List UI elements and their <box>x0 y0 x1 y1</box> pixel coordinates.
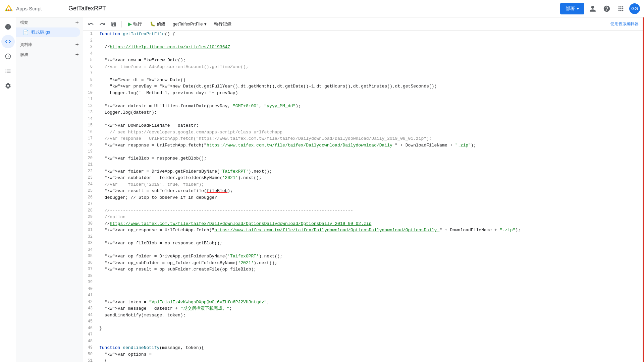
line-number: 31 <box>83 227 97 234</box>
table-row: 18 "kw">var response = UrlFetchApp.fetch… <box>83 142 644 149</box>
editor-area: ▶ 執行 🐛 偵錯 getTaifexPrtFile ▾ 執行記錄 使用舊版編輯… <box>83 17 644 362</box>
line-number: 37 <box>83 266 97 273</box>
line-code: //https://www.taifex.com.tw/file/taifex/… <box>97 221 644 227</box>
line-number: 40 <box>83 286 97 293</box>
execution-log-button[interactable]: 執行記錄 <box>211 20 235 28</box>
sidebar-overview-button[interactable] <box>1 20 15 34</box>
data-library-label: 資料庫 <box>20 42 32 48</box>
table-row: 26 debugger; // Stop to observe if in de… <box>83 194 644 201</box>
user-avatar[interactable]: GG <box>629 3 640 14</box>
data-library-section-header[interactable]: 資料庫 + <box>16 40 83 50</box>
line-code: "kw">var now = "kw">new Date(); <box>97 57 644 64</box>
add-service-button[interactable]: + <box>75 52 79 58</box>
clock-icon <box>5 53 11 60</box>
line-number: 30 <box>83 221 97 227</box>
table-row: 8 "kw">var dt = "kw">new Date() <box>83 77 644 83</box>
table-row: 46} <box>83 325 644 332</box>
sidebar-executions-button[interactable] <box>1 64 15 78</box>
line-number: 24 <box>83 181 97 188</box>
line-number: 10 <box>83 90 97 97</box>
save-button[interactable] <box>109 20 119 28</box>
table-row: 27 <box>83 201 644 207</box>
line-code: debugger; // Stop to observe if in debug… <box>97 194 644 201</box>
table-row: 21 <box>83 162 644 168</box>
apps-grid-icon-button[interactable] <box>615 3 627 14</box>
run-button[interactable]: ▶ 執行 <box>124 19 145 28</box>
table-row: 24 //var = folder('2019', true, folder); <box>83 181 644 188</box>
line-code: //option <box>97 214 644 221</box>
line-code: } <box>97 325 644 332</box>
table-row: 31 "kw">var op_response = UrlFetchApp.fe… <box>83 227 644 234</box>
line-code: //var = folder('2019', true, folder); <box>97 181 644 188</box>
line-code: "kw">var op_subFolder = op_folder.getFol… <box>97 260 644 266</box>
services-section-header[interactable]: 服務 + <box>16 50 83 60</box>
apps-script-label: Apps Script <box>16 6 42 11</box>
line-code: // see https://developers.google.com/app… <box>97 129 644 136</box>
table-row: 41 <box>83 292 644 299</box>
undo-button[interactable] <box>86 20 96 28</box>
table-row: 29 //option <box>83 214 644 221</box>
line-number: 1 <box>83 31 97 38</box>
table-row: 2 <box>83 38 644 44</box>
info-icon <box>5 23 11 30</box>
line-code <box>97 234 644 240</box>
table-row: 15 "kw">var DownloadFileName = datestr; <box>83 122 644 129</box>
line-number: 16 <box>83 129 97 136</box>
toolbar-divider-1 <box>121 21 122 27</box>
deploy-chevron-icon: ▾ <box>577 6 579 11</box>
line-code <box>97 318 644 325</box>
apps-script-logo <box>4 4 13 13</box>
table-row: 45 <box>83 318 644 325</box>
help-icon-button[interactable] <box>601 3 612 14</box>
line-code: "kw">var dt = "kw">new Date() <box>97 77 644 83</box>
line-code <box>97 331 644 338</box>
line-number: 50 <box>83 351 97 358</box>
table-row: 12 "kw">var datestr = Utilities.formatDa… <box>83 103 644 110</box>
table-row: 28 //-----------------------------------… <box>83 207 644 214</box>
file-item-code[interactable]: 📄 程式碼.gs <box>16 27 80 37</box>
line-code: "kw">var message = datestr + "期交所檔案下載完成。… <box>97 305 644 312</box>
line-number: 35 <box>83 253 97 260</box>
classic-editor-link[interactable]: 使用舊版編輯器 <box>608 20 641 28</box>
line-number: 25 <box>83 188 97 194</box>
debug-icon: 🐛 <box>150 21 155 26</box>
sidebar-triggers-button[interactable] <box>1 50 15 63</box>
line-code: //var response = UrlFetchApp.fetch("http… <box>97 135 644 142</box>
debug-button[interactable]: 🐛 偵錯 <box>147 20 169 28</box>
line-code <box>97 201 644 207</box>
table-row: 39 <box>83 279 644 286</box>
line-code: //--------------------------------------… <box>97 207 644 214</box>
line-code <box>97 70 644 77</box>
table-row: 20 "kw">var fileBlob = response.getBlob(… <box>83 155 644 162</box>
main-layout: 檔案 + 📄 程式碼.gs 資料庫 + 服務 + <box>0 17 644 362</box>
sidebar-settings-button[interactable] <box>1 79 15 93</box>
code-body: 1function getTaifexPrtFile() {2 3 //http… <box>83 31 644 362</box>
function-select-button[interactable]: getTaifexPrtFile ▾ <box>170 20 209 28</box>
line-number: 2 <box>83 38 97 44</box>
line-code <box>97 51 644 57</box>
redo-button[interactable] <box>97 20 107 28</box>
deploy-button[interactable]: 部署 ▾ <box>560 3 584 14</box>
line-code: "kw">var result = subFolder.createFile(f… <box>97 188 644 194</box>
table-row: 38 <box>83 273 644 280</box>
line-code: "kw">var prevDay = "kw">new Date(dt.getF… <box>97 83 644 90</box>
line-number: 28 <box>83 207 97 214</box>
table-row: 25 "kw">var result = subFolder.createFil… <box>83 188 644 194</box>
line-number: 42 <box>83 299 97 306</box>
line-code: //https://ithelp.ithome.com.tw/articles/… <box>97 44 644 51</box>
code-container[interactable]: 1function getTaifexPrtFile() {2 3 //http… <box>83 31 644 362</box>
table-row: 42 "kw">var token = "Vp1Fc1o1Iz4vKwbqsDX… <box>83 299 644 306</box>
sidebar-editor-button[interactable] <box>1 35 15 48</box>
table-row: 51 { <box>83 358 644 362</box>
line-number: 33 <box>83 240 97 247</box>
file-icon: 📄 <box>23 29 29 35</box>
line-code: //var timeZone = AdsApp.currentAccount()… <box>97 64 644 70</box>
add-library-button[interactable]: + <box>75 42 79 48</box>
line-number: 27 <box>83 201 97 207</box>
add-file-button[interactable]: + <box>75 19 79 25</box>
line-code <box>97 247 644 253</box>
line-code: "kw">var token = "Vp1Fc1o1Iz4vKwbqsDXppQ… <box>97 299 644 306</box>
account-icon-button[interactable] <box>587 3 598 14</box>
files-section-header[interactable]: 檔案 + <box>16 17 83 27</box>
file-name: 程式碼.gs <box>31 29 50 35</box>
